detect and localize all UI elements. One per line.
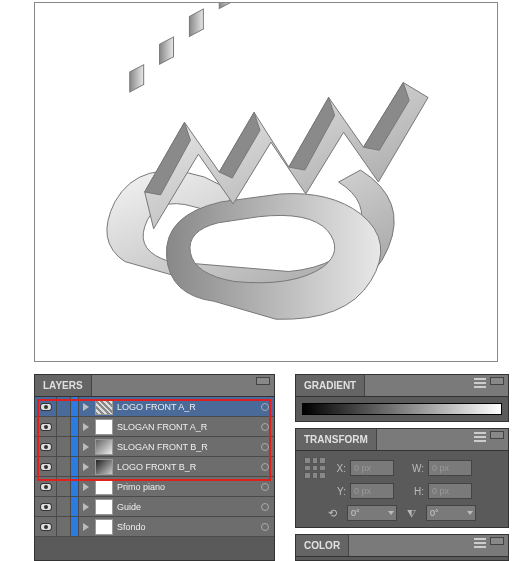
panel-menu-icon[interactable]	[474, 378, 486, 388]
x-field[interactable]: 0 px	[350, 460, 394, 476]
layer-name[interactable]: Sfondo	[115, 522, 256, 532]
chevron-right-icon	[83, 463, 89, 471]
chevron-right-icon	[83, 523, 89, 531]
chevron-right-icon	[83, 483, 89, 491]
panel-collapse-icon[interactable]	[490, 377, 504, 385]
panel-menu-icon[interactable]	[474, 538, 486, 548]
tab-gradient[interactable]: GRADIENT	[296, 375, 365, 396]
expand-arrow[interactable]	[79, 403, 93, 411]
layer-thumbnail	[95, 459, 113, 475]
layer-thumbnail	[95, 419, 113, 435]
gradient-preview[interactable]	[302, 403, 502, 415]
panel-collapse-icon[interactable]	[490, 537, 504, 545]
target-button[interactable]	[256, 463, 274, 471]
target-button[interactable]	[256, 403, 274, 411]
expand-arrow[interactable]	[79, 503, 93, 511]
layer-row[interactable]: LOGO FRONT B_R	[35, 457, 274, 477]
panel-menu-icon[interactable]	[474, 432, 486, 442]
shear-icon: ⧨	[407, 507, 416, 520]
layer-row[interactable]: SLOGAN FRONT A_R	[35, 417, 274, 437]
logo-artwork	[35, 3, 497, 361]
panel-tabs: LAYERS	[35, 375, 274, 397]
expand-arrow[interactable]	[79, 463, 93, 471]
visibility-toggle[interactable]	[35, 397, 57, 416]
visibility-toggle[interactable]	[35, 437, 57, 456]
shear-field[interactable]: 0°	[426, 505, 476, 521]
layer-color-indicator	[71, 417, 79, 436]
visibility-toggle[interactable]	[35, 457, 57, 476]
svg-rect-2	[189, 9, 203, 36]
svg-rect-1	[160, 37, 174, 64]
target-button[interactable]	[256, 503, 274, 511]
layer-thumbnail	[95, 439, 113, 455]
layer-name[interactable]: Primo piano	[115, 482, 256, 492]
layer-name[interactable]: Guide	[115, 502, 256, 512]
lock-cell[interactable]	[57, 517, 71, 536]
gradient-panel: GRADIENT	[295, 374, 509, 422]
layer-name[interactable]: SLOGAN FRONT A_R	[115, 422, 256, 432]
target-button[interactable]	[256, 423, 274, 431]
layer-name[interactable]: LOGO FRONT A_R	[115, 402, 256, 412]
circle-icon	[261, 423, 269, 431]
lock-cell[interactable]	[57, 497, 71, 516]
expand-arrow[interactable]	[79, 523, 93, 531]
tab-color[interactable]: COLOR	[296, 535, 349, 556]
layer-row[interactable]: SLOGAN FRONT B_R	[35, 437, 274, 457]
tab-layers[interactable]: LAYERS	[35, 375, 92, 396]
layer-color-indicator	[71, 517, 79, 536]
lock-cell[interactable]	[57, 397, 71, 416]
layer-row[interactable]: Guide	[35, 497, 274, 517]
lock-cell[interactable]	[57, 477, 71, 496]
layer-row[interactable]: LOGO FRONT A_R	[35, 397, 274, 417]
h-field[interactable]: 0 px	[428, 483, 472, 499]
layer-color-indicator	[71, 497, 79, 516]
expand-arrow[interactable]	[79, 443, 93, 451]
circle-icon	[261, 403, 269, 411]
eye-icon	[40, 403, 52, 411]
layer-list: LOGO FRONT A_RSLOGAN FRONT A_RSLOGAN FRO…	[35, 397, 274, 537]
layer-row[interactable]: Sfondo	[35, 517, 274, 537]
artboard[interactable]	[34, 2, 498, 362]
rotate-field[interactable]: 0°	[347, 505, 397, 521]
layer-thumbnail	[95, 399, 113, 415]
x-label: X:	[334, 463, 346, 474]
layer-row[interactable]: Primo piano	[35, 477, 274, 497]
eye-icon	[40, 423, 52, 431]
w-label: W:	[412, 463, 424, 474]
reference-point-grid[interactable]	[304, 457, 326, 479]
circle-icon	[261, 463, 269, 471]
layer-thumbnail	[95, 479, 113, 495]
expand-arrow[interactable]	[79, 423, 93, 431]
panel-collapse-icon[interactable]	[490, 431, 504, 439]
chevron-right-icon	[83, 403, 89, 411]
eye-icon	[40, 443, 52, 451]
expand-arrow[interactable]	[79, 483, 93, 491]
layer-color-indicator	[71, 477, 79, 496]
chevron-right-icon	[83, 423, 89, 431]
target-button[interactable]	[256, 443, 274, 451]
target-button[interactable]	[256, 483, 274, 491]
lock-cell[interactable]	[57, 437, 71, 456]
eye-icon	[40, 503, 52, 511]
visibility-toggle[interactable]	[35, 477, 57, 496]
lock-cell[interactable]	[57, 417, 71, 436]
circle-icon	[261, 483, 269, 491]
layer-name[interactable]: LOGO FRONT B_R	[115, 462, 256, 472]
rotate-icon: ⟲	[328, 507, 337, 520]
eye-icon	[40, 463, 52, 471]
visibility-toggle[interactable]	[35, 517, 57, 536]
layer-name[interactable]: SLOGAN FRONT B_R	[115, 442, 256, 452]
panel-collapse-icon[interactable]	[256, 377, 270, 385]
target-button[interactable]	[256, 523, 274, 531]
lock-cell[interactable]	[57, 457, 71, 476]
visibility-toggle[interactable]	[35, 497, 57, 516]
eye-icon	[40, 483, 52, 491]
transform-panel: TRANSFORM X: 0 px W: 0 px Y: 0 px H: 0 p…	[295, 428, 509, 528]
y-field[interactable]: 0 px	[350, 483, 394, 499]
layer-color-indicator	[71, 397, 79, 416]
eye-icon	[40, 523, 52, 531]
w-field[interactable]: 0 px	[428, 460, 472, 476]
tab-transform[interactable]: TRANSFORM	[296, 429, 377, 450]
layers-panel: LAYERS LOGO FRONT A_RSLOGAN FRONT A_RSLO…	[34, 374, 275, 561]
visibility-toggle[interactable]	[35, 417, 57, 436]
